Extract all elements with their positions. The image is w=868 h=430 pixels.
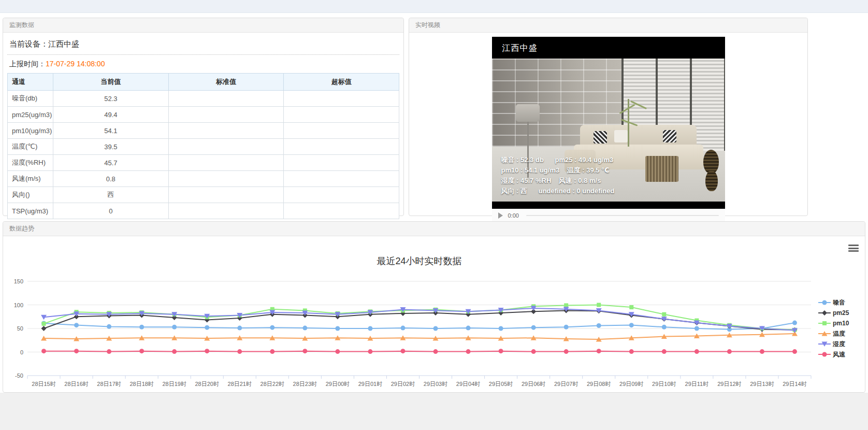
channel-cell: TSP(ug/m3) <box>8 203 53 219</box>
current-value-cell: 0 <box>53 203 169 219</box>
current-value-cell: 0.8 <box>53 171 169 187</box>
exceed-value-cell <box>284 155 399 171</box>
table-row: 湿度(%RH)45.7 <box>8 155 399 171</box>
pillow <box>614 130 628 142</box>
exceed-value-cell <box>284 107 399 123</box>
channel-cell: 噪音(db) <box>8 91 53 107</box>
x-axis-label: 29日09时 <box>619 381 643 387</box>
legend-item-pm25[interactable]: pm25 <box>818 308 862 318</box>
legend-item-温度[interactable]: 温度 <box>818 328 862 339</box>
legend-item-噪音[interactable]: 噪音 <box>818 297 862 308</box>
legend-item-pm10[interactable]: pm10 <box>818 318 862 328</box>
x-axis-label: 28日20时 <box>195 381 219 387</box>
video-controls: 0:00 <box>492 210 725 221</box>
x-axis-label: 28日22时 <box>261 381 284 387</box>
chart-series-温度 <box>41 331 798 341</box>
lamp-shade <box>516 104 540 122</box>
table-row: 噪音(db)52.3 <box>8 91 399 107</box>
standard-value-cell <box>168 171 284 187</box>
x-axis-label: 29日05时 <box>489 381 513 387</box>
table-row: 风速(m/s)0.8 <box>8 171 399 187</box>
x-axis-label: 29日03时 <box>424 381 447 387</box>
x-axis-label: 29日07时 <box>554 381 578 387</box>
current-device-label: 当前设备：江西中盛 <box>7 35 399 55</box>
x-axis-label: 28日17时 <box>97 381 121 387</box>
y-axis-label: -50 <box>15 372 23 379</box>
x-axis-label: 28日21时 <box>228 381 252 387</box>
column-header: 超标值 <box>284 74 399 91</box>
x-axis-label: 29日10时 <box>652 381 676 387</box>
standard-value-cell <box>168 139 284 155</box>
video-time: 0:00 <box>508 212 519 219</box>
legend-label: 湿度 <box>833 340 845 349</box>
x-axis-label: 28日16时 <box>64 381 88 387</box>
panel-title: 数据趋势 <box>3 222 865 236</box>
legend-label: 风速 <box>833 350 845 359</box>
video-titlebar: 江西中盛 <box>492 37 725 59</box>
legend-label: pm25 <box>833 309 849 317</box>
exceed-value-cell <box>284 171 399 187</box>
legend-marker <box>818 331 831 337</box>
x-axis-label: 29日02时 <box>391 381 415 387</box>
table-row: pm10(ug/m3)54.1 <box>8 123 399 139</box>
panel-title: 监测数据 <box>3 18 403 33</box>
current-value-cell: 45.7 <box>53 155 169 171</box>
chart-title: 最近24小时实时数据 <box>27 255 811 267</box>
column-header: 标准值 <box>168 74 284 91</box>
channel-cell: 风速(m/s) <box>8 171 53 187</box>
standard-value-cell <box>168 203 284 219</box>
standard-value-cell <box>168 123 284 139</box>
trend-chart: -5005010015028日15时28日16时28日17时28日18时28日1… <box>3 236 865 393</box>
legend-item-风速[interactable]: 风速 <box>818 349 862 360</box>
video-progress-bar[interactable] <box>526 215 719 216</box>
pillow <box>663 130 676 142</box>
video-title: 江西中盛 <box>502 43 538 54</box>
x-axis-label: 28日23时 <box>293 381 317 387</box>
standard-value-cell <box>168 187 284 203</box>
x-axis-label: 28日18时 <box>129 381 153 387</box>
x-axis-label: 29日01时 <box>358 381 382 387</box>
channel-cell: pm10(ug/m3) <box>8 123 53 139</box>
y-axis-label: 150 <box>14 278 23 284</box>
current-value-cell: 49.4 <box>53 107 169 123</box>
chart-series-噪音 <box>41 321 797 332</box>
x-axis-label: 29日00时 <box>326 381 350 387</box>
top-bar <box>0 0 868 13</box>
y-axis-label: 50 <box>17 325 23 332</box>
x-axis-label: 29日08时 <box>587 381 611 387</box>
chart-menu-button[interactable] <box>847 243 860 253</box>
x-axis-label: 29日12时 <box>717 381 741 387</box>
legend-item-湿度[interactable]: 湿度 <box>818 339 862 349</box>
monitor-body: 当前设备：江西中盛 上报时间：17-07-29 14:08:00 通道当前值标准… <box>3 33 403 219</box>
x-axis-label: 29日04时 <box>456 381 480 387</box>
standard-value-cell <box>168 91 284 107</box>
sensor-overlay-line: 噪音 : 52.3 db pm25 : 49.4 ug/m3 <box>501 155 615 165</box>
chart-series-湿度 <box>41 306 798 333</box>
legend-marker <box>818 310 831 316</box>
sensor-overlay-line: pm10 : 54.1 ug/m3 温度 : 39.5 ℃ <box>501 165 615 176</box>
channel-cell: 风向() <box>8 187 53 203</box>
video-player[interactable]: 江西中盛 噪音 : 52.3 db pm <box>492 37 725 209</box>
report-time-label: 上报时间： <box>9 60 46 68</box>
coffee-table <box>645 156 678 182</box>
legend-marker <box>818 320 831 326</box>
standard-value-cell <box>168 107 284 123</box>
current-value-cell: 39.5 <box>53 139 169 155</box>
sensor-overlay-line: 湿度 : 45.7 %RH 风速 : 0.8 m/s <box>501 176 615 186</box>
y-axis-label: 100 <box>14 302 23 308</box>
x-axis-label: 29日11时 <box>685 381 709 387</box>
column-header: 当前值 <box>53 74 169 91</box>
page-background-strip <box>0 393 868 430</box>
x-axis-label: 29日14时 <box>783 381 806 387</box>
x-axis-label: 28日15时 <box>32 381 55 387</box>
channel-cell: 湿度(%RH) <box>8 155 53 171</box>
table-header-row: 通道当前值标准值超标值 <box>8 74 399 91</box>
chart-series-风速 <box>41 349 797 354</box>
legend-marker <box>818 351 831 357</box>
channel-cell: 温度(℃) <box>8 139 53 155</box>
play-button[interactable] <box>498 212 503 219</box>
vase <box>705 170 718 191</box>
current-value-cell: 西 <box>53 187 169 203</box>
legend-label: 温度 <box>833 329 845 338</box>
current-value-cell: 54.1 <box>53 123 169 139</box>
